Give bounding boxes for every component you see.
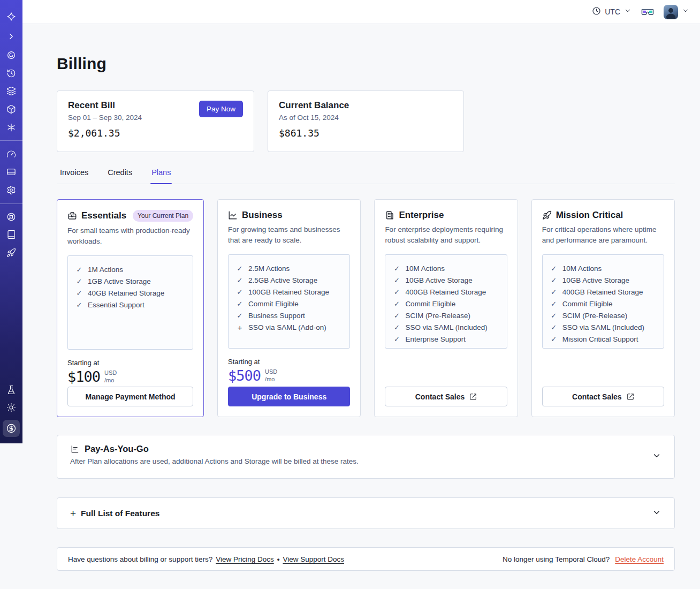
plan-feature: ✓Essential Support (75, 299, 188, 311)
feature-label: 1M Actions (88, 264, 123, 276)
check-icon: ✓ (393, 334, 400, 345)
contact-sales-button[interactable]: Contact Sales (385, 387, 507, 406)
price-period: /mo (104, 376, 117, 384)
sidebar (0, 0, 22, 443)
plan-features-box: ✓10M Actions✓10GB Active Storage✓400GB R… (385, 254, 507, 349)
feature-label: Business Support (248, 310, 305, 322)
rocket-icon (542, 210, 552, 220)
price-amount: $100 (67, 368, 100, 385)
check-icon: ✓ (550, 310, 558, 322)
recent-bill-card: Recent Bill Sep 01 – Sep 30, 2024 $2,061… (57, 90, 254, 152)
plan-name: Mission Critical (556, 210, 623, 221)
footer-right-text: No longer using Temporal Cloud? (503, 555, 610, 563)
manage-payment-method-button[interactable]: Manage Payment Method (67, 387, 193, 406)
check-icon: ✓ (393, 298, 400, 310)
check-icon: ✓ (393, 310, 400, 322)
full-features-title: Full List of Features (81, 509, 159, 518)
current-balance-amount: $861.35 (279, 127, 453, 139)
feature-label: 100GB Retained Storage (248, 286, 329, 298)
topbar: UTC (22, 0, 700, 24)
support-lifebuoy-icon[interactable] (6, 212, 17, 222)
feature-label: 40GB Retained Storage (88, 288, 164, 299)
plan-name: Enterprise (399, 210, 444, 221)
feature-label: 10M Actions (405, 263, 445, 275)
feature-label: SSO via SAML (Included) (562, 322, 644, 334)
view-pricing-docs-link[interactable]: View Pricing Docs (216, 555, 274, 563)
3d-glasses-icon[interactable] (641, 7, 654, 17)
line-chart-icon (228, 210, 238, 220)
namespaces-icon[interactable] (6, 50, 17, 61)
chevron-down-icon (682, 7, 689, 17)
recent-bill-amount: $2,061.35 (68, 127, 243, 139)
feature-label: 2.5M Actions (248, 263, 290, 275)
feature-label: 400GB Retained Storage (405, 286, 486, 298)
button-label: Upgrade to Business (252, 392, 326, 401)
price-label: Starting at (67, 359, 193, 367)
upgrade-to-business-button[interactable]: Upgrade to Business (228, 387, 350, 406)
billing-summary: Recent Bill Sep 01 – Sep 30, 2024 $2,061… (57, 90, 675, 152)
check-icon: ✓ (236, 310, 244, 322)
plan-feature: +SSO via SAML (Add-on) (236, 322, 345, 334)
plan-feature: ✓40GB Retained Storage (75, 288, 188, 299)
current-balance-as-of: As of Oct 15, 2024 (279, 114, 453, 122)
timezone-selector[interactable]: UTC (592, 6, 631, 18)
labs-flask-icon[interactable] (6, 384, 17, 395)
main-content: Billing Recent Bill Sep 01 – Sep 30, 202… (57, 24, 675, 571)
plans-grid: Essentials Your Current Plan For small t… (57, 199, 675, 417)
plan-feature: ✓SCIM (Pre-Release) (550, 310, 659, 322)
plan-feature: ✓Commit Eligible (236, 298, 345, 310)
timezone-label: UTC (605, 7, 620, 16)
full-features-accordion[interactable]: + Full List of Features (57, 497, 675, 529)
tab-credits[interactable]: Credits (108, 168, 132, 184)
current-balance-title: Current Balance (279, 100, 453, 111)
chevron-down-icon[interactable] (652, 451, 661, 463)
account-menu[interactable] (664, 5, 689, 19)
plan-name: Business (242, 210, 283, 221)
plan-description: For critical operations where uptime and… (542, 224, 664, 246)
plan-feature: ✓Commit Eligible (393, 298, 502, 310)
current-balance-card: Current Balance As of Oct 15, 2024 $861.… (268, 90, 464, 152)
temporal-logo-icon[interactable] (6, 11, 17, 22)
schedules-icon[interactable] (6, 68, 17, 79)
price-label: Starting at (228, 358, 350, 366)
billing-dollar-icon-active[interactable] (3, 420, 20, 437)
deployments-cube-icon[interactable] (6, 104, 17, 115)
settings-gear-icon[interactable] (6, 185, 17, 195)
price-amount: $500 (228, 367, 261, 384)
docs-book-icon[interactable] (6, 229, 17, 240)
check-icon: ✓ (236, 286, 244, 298)
check-icon: ✓ (75, 264, 83, 276)
tab-plans[interactable]: Plans (151, 168, 171, 184)
view-support-docs-link[interactable]: View Support Docs (283, 555, 344, 563)
sidebar-divider (0, 140, 22, 141)
plan-card-mission-critical: Mission Critical For critical operations… (531, 199, 675, 417)
payg-accordion[interactable]: Pay-As-You-Go After Plan allocations are… (57, 435, 675, 479)
chevron-down-icon[interactable] (652, 508, 661, 519)
chevron-right-icon[interactable] (6, 31, 17, 42)
price-currency: USD (104, 369, 117, 376)
nexus-asterisk-icon[interactable] (6, 122, 17, 133)
contact-sales-button[interactable]: Contact Sales (542, 387, 664, 406)
footer-bar: Have questions about billing or support … (57, 547, 675, 571)
feature-label: 10M Actions (562, 263, 602, 275)
plan-feature: ✓400GB Retained Storage (393, 286, 502, 298)
billing-card-icon[interactable] (6, 167, 17, 177)
current-plan-badge: Your Current Plan (133, 210, 193, 222)
plus-icon: + (70, 508, 76, 519)
check-icon: ✓ (236, 275, 244, 286)
theme-sun-icon[interactable] (6, 402, 17, 413)
usage-gauge-icon[interactable] (6, 149, 17, 160)
delete-account-link[interactable]: Delete Account (615, 555, 664, 563)
plan-features-box: ✓10M Actions✓10GB Active Storage✓400GB R… (542, 254, 664, 349)
feature-label: Commit Eligible (562, 298, 613, 310)
layers-icon[interactable] (6, 86, 17, 96)
chevron-down-icon (624, 7, 631, 17)
pay-now-button[interactable]: Pay Now (199, 101, 243, 117)
plan-card-business: Business For growing teams and businesse… (217, 199, 361, 417)
check-icon: ✓ (393, 275, 400, 286)
feature-label: 400GB Retained Storage (562, 286, 643, 298)
plan-features-box: ✓1M Actions✓1GB Active Storage✓40GB Reta… (67, 255, 193, 350)
feature-label: 10GB Active Storage (405, 275, 472, 286)
tab-invoices[interactable]: Invoices (60, 168, 88, 184)
getting-started-rocket-icon[interactable] (6, 247, 17, 258)
